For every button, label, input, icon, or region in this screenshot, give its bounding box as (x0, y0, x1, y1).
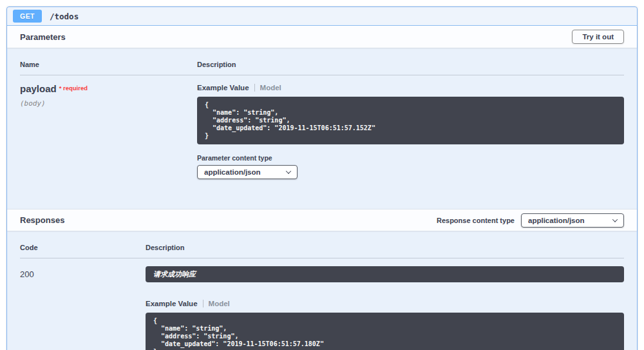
tab-divider (254, 84, 255, 92)
operation-path: /todos (50, 12, 79, 21)
description-column-header: Description (197, 61, 624, 68)
parameters-section-header: Parameters Try it out (7, 26, 637, 48)
code-column-header: Code (20, 244, 146, 251)
parameters-table-header: Name Description (20, 57, 624, 75)
response-row: 200 请求成功响应 Example Value Model { "name":… (20, 258, 624, 350)
response-content-type-value: application/json (528, 217, 585, 224)
response-example-json: { "name": "string", "address": "string",… (146, 313, 624, 350)
parameter-content-type-select[interactable]: application/json (197, 165, 298, 179)
required-badge: * required (59, 84, 88, 92)
parameter-location: (body) (20, 99, 197, 108)
example-model-tabs: Example Value Model (197, 84, 624, 92)
tab-model[interactable]: Model (260, 84, 281, 92)
parameter-content-type-label: Parameter content type (197, 154, 624, 162)
response-content-type-group: Response content type application/json (437, 213, 624, 228)
opblock-get-todos: GET /todos Parameters Try it out Name De… (6, 6, 638, 350)
parameters-body: Name Description payload* required (body… (7, 48, 637, 209)
parameter-description-cell: Example Value Model { "name": "string", … (197, 83, 624, 179)
chevron-down-icon (612, 217, 618, 222)
parameter-name-cell: payload* required (body) (20, 83, 197, 179)
example-model-tabs: Example Value Model (146, 300, 624, 307)
responses-table-header: Code Description (20, 240, 624, 258)
operation-summary[interactable]: GET /todos (7, 7, 637, 26)
try-it-out-button[interactable]: Try it out (572, 30, 624, 44)
response-content-type-select[interactable]: application/json (521, 213, 624, 228)
tab-example-value[interactable]: Example Value (146, 300, 198, 307)
chevron-down-icon (286, 168, 291, 173)
tab-example-value[interactable]: Example Value (197, 84, 249, 92)
parameter-content-type-value: application/json (204, 168, 261, 176)
responses-title: Responses (20, 215, 64, 225)
description-column-header: Description (146, 244, 624, 251)
tab-model[interactable]: Model (209, 300, 230, 307)
responses-body: Code Description 200 请求成功响应 Example Valu… (7, 231, 637, 350)
name-column-header: Name (20, 61, 197, 68)
response-content-type-label: Response content type (437, 217, 515, 224)
parameters-title: Parameters (20, 32, 66, 42)
request-example-json: { "name": "string", "address": "string",… (197, 97, 624, 144)
parameter-row: payload* required (body) Example Value M… (20, 75, 624, 179)
response-description-cell: 请求成功响应 Example Value Model { "name": "st… (146, 266, 624, 350)
response-description: 请求成功响应 (146, 266, 624, 282)
response-code: 200 (20, 266, 146, 350)
responses-section-header: Responses Response content type applicat… (7, 209, 637, 231)
swagger-page: GET /todos Parameters Try it out Name De… (0, 6, 644, 350)
parameter-name: payload (20, 83, 57, 94)
tab-divider (203, 300, 204, 307)
http-method-badge[interactable]: GET (13, 10, 42, 23)
